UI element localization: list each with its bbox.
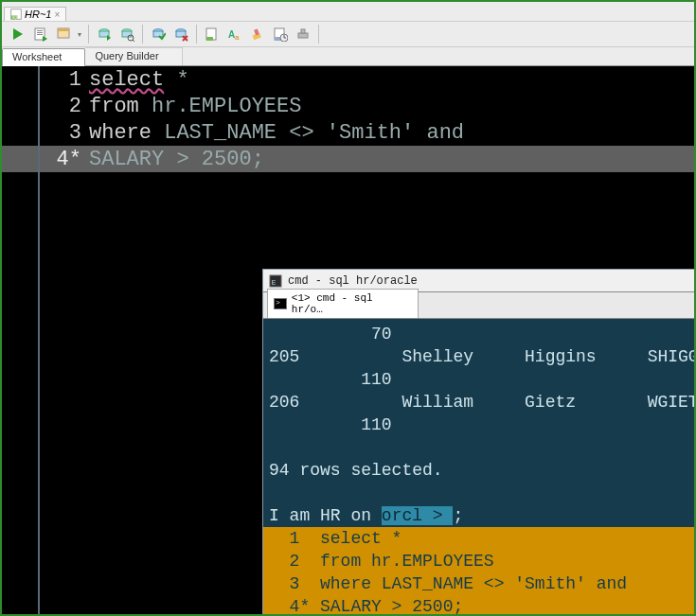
output-line: 70 <box>263 323 695 345</box>
toolbar-separator <box>88 25 89 44</box>
svg-rect-10 <box>58 28 69 31</box>
code-line: select * <box>89 68 189 92</box>
rows-selected-line: 94 rows selected. <box>263 459 695 482</box>
code-line: where LAST_NAME <> 'Smith' and <box>89 121 464 145</box>
toolbar: ▾ Aa <box>2 21 694 47</box>
run-script-button[interactable] <box>30 24 51 44</box>
svg-rect-29 <box>254 28 259 35</box>
svg-rect-36 <box>301 29 305 33</box>
commit-button[interactable] <box>148 24 169 44</box>
terminal-window[interactable]: E cmd - sql hr/oracle <1> cmd - sql hr/o… <box>262 269 696 616</box>
output-row: 206 William Gietz WGIETZ <box>263 391 695 414</box>
case-toggle-button[interactable]: Aa <box>224 24 245 44</box>
svg-rect-7 <box>37 34 43 35</box>
svg-text:E: E <box>272 277 277 286</box>
file-tab-strip: SQL HR~1 × <box>2 2 694 21</box>
pasted-sql-line: 4* SALARY > 2500; <box>263 595 695 616</box>
line-number: 1 <box>2 68 89 92</box>
svg-text:a: a <box>235 33 240 42</box>
line-number: 2 <box>2 95 89 118</box>
application-frame: SQL HR~1 × ▾ Aa Worksheet Query Builder <box>0 0 696 616</box>
toolbar-separator <box>196 25 197 44</box>
worksheet-tab-strip: Worksheet Query Builder <box>2 47 694 66</box>
clear-button[interactable] <box>247 24 268 44</box>
settings-button[interactable] <box>293 24 313 44</box>
file-tab-label: HR~1 <box>25 9 51 20</box>
terminal-app-icon: E <box>269 274 282 288</box>
terminal-title: cmd - sql hr/oracle <box>288 274 418 288</box>
terminal-tab-strip: <1> cmd - sql hr/o… <box>263 292 695 319</box>
toolbar-separator <box>318 25 319 44</box>
rollback-button[interactable] <box>170 24 191 44</box>
toolbar-dropdown[interactable]: ▾ <box>76 30 83 39</box>
svg-rect-6 <box>37 32 43 33</box>
output-line: 110 <box>263 368 695 391</box>
code-line: from hr.EMPLOYEES <box>89 95 301 118</box>
output-row: 205 Shelley Higgins SHIGGI <box>263 345 695 368</box>
svg-text:SQL: SQL <box>12 16 20 20</box>
svg-rect-19 <box>153 31 163 37</box>
sql-tuning-button[interactable] <box>116 24 137 44</box>
terminal-tab-label: <1> cmd - sql hr/o… <box>292 292 408 315</box>
prompt-line: I am HR on orcl > ; <box>263 504 695 527</box>
run-button[interactable] <box>8 24 28 44</box>
tab-worksheet[interactable]: Worksheet <box>2 48 85 66</box>
svg-rect-15 <box>122 31 132 37</box>
output-blank <box>263 482 695 504</box>
pasted-sql-line: 1 select * <box>263 527 695 550</box>
svg-rect-25 <box>206 37 213 41</box>
line-number: 3 <box>2 121 89 145</box>
sql-editor[interactable]: 1 1 select * 2 from hr.EMPLOYEES 3 where… <box>2 66 694 616</box>
svg-marker-3 <box>13 28 23 40</box>
autotrace-button[interactable] <box>94 24 115 44</box>
unshared-worksheet-button[interactable] <box>202 24 223 44</box>
sql-history-button[interactable] <box>270 24 291 44</box>
pasted-sql-line: 3 where LAST_NAME <> 'Smith' and <box>263 572 695 595</box>
output-blank <box>263 436 695 459</box>
close-icon[interactable]: × <box>54 9 60 20</box>
pasted-sql-line: 2 from hr.EMPLOYEES <box>263 550 695 572</box>
toolbar-separator <box>142 25 143 44</box>
explain-plan-button[interactable] <box>53 24 74 44</box>
svg-line-17 <box>133 40 134 42</box>
code-line: SALARY > 2500; <box>89 148 264 171</box>
output-line: 110 <box>263 414 695 436</box>
cmd-icon <box>274 298 287 309</box>
file-tab-hr1[interactable]: SQL HR~1 × <box>4 7 66 21</box>
line-number: 4* <box>2 148 89 171</box>
tab-query-builder[interactable]: Query Builder <box>85 47 182 65</box>
terminal-output[interactable]: 70 205 Shelley Higgins SHIGGI 110 206 Wi… <box>263 319 695 616</box>
svg-rect-35 <box>298 33 308 38</box>
sql-file-icon: SQL <box>10 9 22 20</box>
svg-rect-5 <box>37 30 43 31</box>
terminal-tab[interactable]: <1> cmd - sql hr/o… <box>267 289 419 318</box>
